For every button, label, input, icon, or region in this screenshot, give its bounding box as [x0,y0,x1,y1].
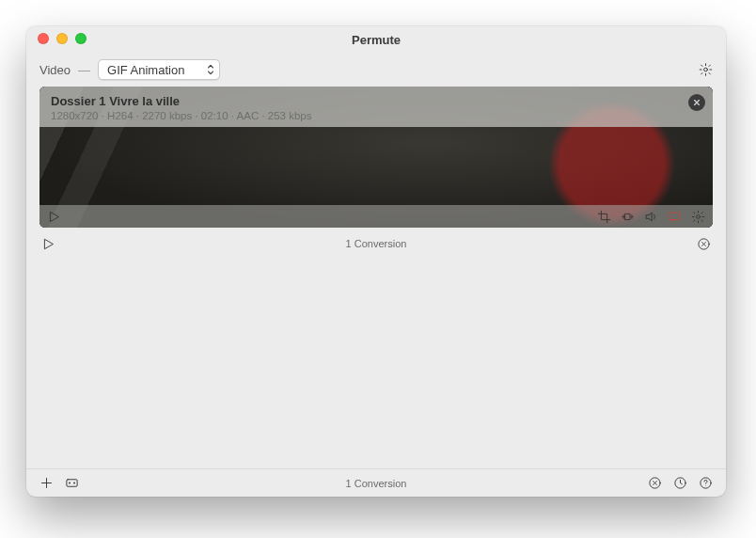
item-title: Dossier 1 Vivre la ville [51,94,701,108]
toolbar: Video — GIF Animation [26,53,726,87]
preview-play-button[interactable] [47,210,61,224]
preset-settings-button[interactable] [699,63,713,77]
svg-point-7 [73,483,75,484]
window-title: Permute [352,33,401,47]
titlebar: Permute [26,26,726,53]
minimize-window-button[interactable] [56,33,68,44]
bottom-status-text: 1 Conversion [346,478,407,489]
close-window-button[interactable] [38,33,49,44]
cancel-item-button[interactable] [697,237,711,251]
toolbar-separator: — [78,63,90,77]
svg-point-0 [704,68,708,71]
add-button[interactable] [39,476,54,490]
history-button[interactable] [673,476,687,490]
subtitles-icon[interactable] [668,210,682,224]
cancel-all-button[interactable] [648,476,662,490]
item-metadata: 1280x720 · H264 · 2270 kbps · 02:10 · AA… [51,110,701,121]
preset-select-value: GIF Animation [107,63,184,77]
svg-point-3 [697,214,701,218]
window-controls [38,33,87,44]
item-settings-button[interactable] [691,210,705,224]
svg-rect-5 [67,480,77,487]
crop-icon[interactable] [597,210,611,224]
media-kind-label: Video [39,63,71,77]
bottom-bar: 1 Conversion [26,468,726,497]
conversion-item[interactable]: Dossier 1 Vivre la ville 1280x720 · H264… [39,87,713,228]
start-item-button[interactable] [41,237,55,251]
app-window: Permute Video — GIF Animation Dossier 1 … [26,26,726,497]
preset-select[interactable]: GIF Animation [98,59,220,80]
svg-rect-2 [669,213,680,220]
item-status-text: 1 Conversion [346,238,407,249]
item-status-row: 1 Conversion [39,235,713,252]
zoom-window-button[interactable] [75,33,87,44]
chevron-updown-icon [207,65,214,75]
volume-icon[interactable] [644,210,658,224]
item-info-bar: Dossier 1 Vivre la ville 1280x720 · H264… [39,87,713,127]
presets-icon[interactable] [65,476,79,490]
svg-rect-1 [625,214,630,219]
help-button[interactable] [699,476,713,490]
svg-point-6 [69,483,71,484]
trim-icon[interactable] [621,210,635,224]
item-controls [39,205,713,228]
content-area: Dossier 1 Vivre la ville 1280x720 · H264… [26,87,726,468]
svg-point-11 [705,485,706,486]
remove-item-button[interactable] [688,94,705,111]
